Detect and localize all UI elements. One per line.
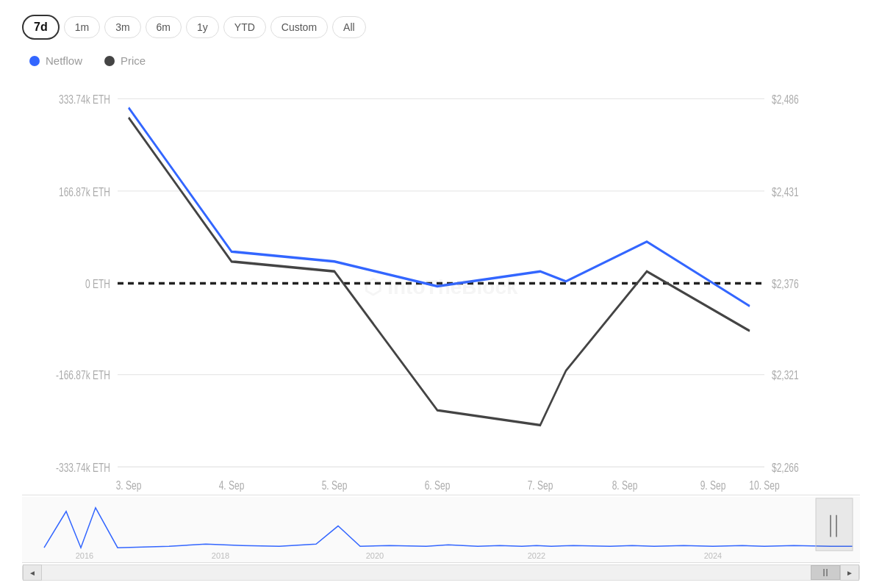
svg-text:9. Sep: 9. Sep xyxy=(700,478,726,492)
time-btn-6m[interactable]: 6m xyxy=(146,16,182,38)
svg-text:3. Sep: 3. Sep xyxy=(116,478,142,492)
chart-legend: Netflow Price xyxy=(22,54,860,67)
svg-text:2016: 2016 xyxy=(76,551,93,560)
app-container: 7d 1m 3m 6m 1y YTD Custom All Netflow Pr… xyxy=(0,0,882,588)
scroll-thumb-handle xyxy=(823,569,828,576)
scroll-right-button[interactable]: ► xyxy=(840,564,859,581)
svg-text:333.74k ETH: 333.74k ETH xyxy=(59,93,110,106)
time-btn-1m[interactable]: 1m xyxy=(64,16,100,38)
netflow-dot xyxy=(29,56,40,66)
scroll-left-button[interactable]: ◄ xyxy=(23,564,42,581)
time-btn-3m[interactable]: 3m xyxy=(104,16,140,38)
time-btn-all[interactable]: All xyxy=(332,16,366,38)
svg-text:$2,321: $2,321 xyxy=(772,369,799,382)
svg-text:6. Sep: 6. Sep xyxy=(425,478,451,492)
svg-rect-29 xyxy=(816,498,853,551)
svg-text:-333.74k ETH: -333.74k ETH xyxy=(56,461,110,474)
time-btn-7d[interactable]: 7d xyxy=(22,15,60,40)
price-label: Price xyxy=(121,54,146,67)
thumb-line-2 xyxy=(826,569,828,576)
time-range-selector: 7d 1m 3m 6m 1y YTD Custom All xyxy=(22,15,860,40)
price-dot xyxy=(104,56,115,66)
time-btn-custom[interactable]: Custom xyxy=(270,16,328,38)
svg-text:-166.87k ETH: -166.87k ETH xyxy=(56,369,110,382)
svg-text:2020: 2020 xyxy=(366,551,384,560)
svg-text:2018: 2018 xyxy=(212,551,229,560)
scroll-track[interactable] xyxy=(42,565,840,580)
netflow-label: Netflow xyxy=(46,54,82,67)
svg-text:4. Sep: 4. Sep xyxy=(219,478,245,492)
svg-text:0 ETH: 0 ETH xyxy=(85,277,110,290)
svg-text:7. Sep: 7. Sep xyxy=(528,478,553,492)
time-btn-ytd[interactable]: YTD xyxy=(223,16,266,38)
scrollbar: ◄ ► xyxy=(22,564,860,581)
mini-chart: 2016 2018 2020 2022 2024 xyxy=(22,497,860,563)
main-chart: ⬡ IntoTheBlock 333.74k ETH 166.87k ETH 0… xyxy=(22,78,860,495)
svg-text:$2,376: $2,376 xyxy=(772,277,799,290)
svg-text:$2,266: $2,266 xyxy=(772,461,799,474)
svg-rect-23 xyxy=(22,497,860,562)
svg-text:166.87k ETH: 166.87k ETH xyxy=(59,185,110,198)
scroll-thumb[interactable] xyxy=(811,565,840,580)
thumb-line-1 xyxy=(823,569,825,576)
svg-text:$2,431: $2,431 xyxy=(772,185,799,198)
svg-text:2024: 2024 xyxy=(704,551,722,560)
svg-text:8. Sep: 8. Sep xyxy=(612,478,638,492)
legend-price: Price xyxy=(104,54,146,67)
legend-netflow: Netflow xyxy=(29,54,82,67)
svg-text:$2,486: $2,486 xyxy=(772,93,799,106)
main-chart-svg: 333.74k ETH 166.87k ETH 0 ETH -166.87k E… xyxy=(22,78,860,495)
chart-wrapper: ⬡ IntoTheBlock 333.74k ETH 166.87k ETH 0… xyxy=(22,78,860,581)
svg-text:2022: 2022 xyxy=(528,551,545,560)
svg-text:5. Sep: 5. Sep xyxy=(322,478,348,492)
time-btn-1y[interactable]: 1y xyxy=(186,16,219,38)
mini-chart-svg: 2016 2018 2020 2022 2024 xyxy=(22,497,860,562)
svg-text:10. Sep: 10. Sep xyxy=(749,478,779,492)
